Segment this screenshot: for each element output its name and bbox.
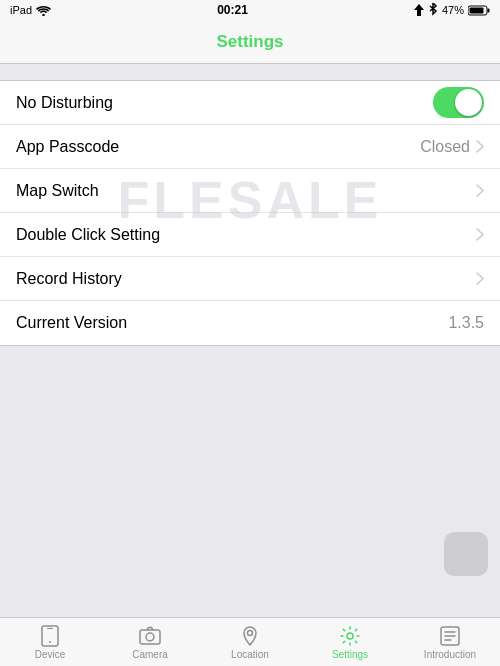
row-map-switch[interactable]: Map Switch [0,169,500,213]
svg-point-9 [146,633,154,641]
time-label: 00:21 [217,3,248,17]
chevron-double-click [476,228,484,241]
tab-label-settings: Settings [332,649,368,660]
row-record-history[interactable]: Record History [0,257,500,301]
bluetooth-icon [428,3,438,17]
nav-bar: Settings [0,20,500,64]
battery-icon [468,5,490,16]
toggle-no-disturbing[interactable] [433,87,484,118]
nav-title: Settings [216,32,283,52]
camera-icon [139,625,161,647]
row-current-version: Current Version 1.3.5 [0,301,500,345]
tab-label-introduction: Introduction [424,649,476,660]
row-label-no-disturbing: No Disturbing [16,94,113,112]
settings-icon [339,625,361,647]
row-right-no-disturbing [433,87,484,118]
svg-point-11 [347,633,353,639]
activity-icon [414,4,424,16]
settings-group: No Disturbing App Passcode Closed Map Sw… [0,80,500,346]
row-label-double-click: Double Click Setting [16,226,160,244]
row-right-app-passcode: Closed [420,138,484,156]
tab-label-location: Location [231,649,269,660]
row-no-disturbing[interactable]: No Disturbing [0,81,500,125]
svg-point-0 [42,13,44,15]
row-right-record-history [476,272,484,285]
chevron-record-history [476,272,484,285]
row-right-double-click [476,228,484,241]
tab-introduction[interactable]: Introduction [400,618,500,666]
wifi-icon [36,5,51,16]
row-app-passcode[interactable]: App Passcode Closed [0,125,500,169]
carrier-label: iPad [10,4,32,16]
tab-camera[interactable]: Camera [100,618,200,666]
chevron-map-switch [476,184,484,197]
svg-marker-1 [414,4,424,16]
tab-settings[interactable]: Settings [300,618,400,666]
introduction-icon [439,625,461,647]
tab-label-camera: Camera [132,649,168,660]
row-label-current-version: Current Version [16,314,127,332]
row-right-map-switch [476,184,484,197]
tab-bar: Device Camera Location Settings [0,617,500,666]
tab-location[interactable]: Location [200,618,300,666]
toggle-knob [455,89,482,116]
svg-rect-8 [140,630,160,644]
device-icon [39,625,61,647]
tab-label-device: Device [35,649,66,660]
battery-percent: 47% [442,4,464,16]
row-right-current-version: 1.3.5 [448,314,484,332]
svg-point-10 [248,630,253,635]
settings-content: No Disturbing App Passcode Closed Map Sw… [0,64,500,378]
chevron-app-passcode [476,140,484,153]
status-right: 47% [414,3,490,17]
tab-device[interactable]: Device [0,618,100,666]
svg-rect-4 [469,7,483,13]
row-double-click[interactable]: Double Click Setting [0,213,500,257]
svg-rect-3 [487,8,489,12]
row-value-current-version: 1.3.5 [448,314,484,332]
status-bar: iPad 00:21 47% [0,0,500,20]
row-label-app-passcode: App Passcode [16,138,119,156]
row-label-record-history: Record History [16,270,122,288]
row-value-app-passcode: Closed [420,138,470,156]
location-icon [239,625,261,647]
row-label-map-switch: Map Switch [16,182,99,200]
status-left: iPad [10,4,51,16]
float-button[interactable] [444,532,488,576]
svg-rect-7 [47,628,53,629]
